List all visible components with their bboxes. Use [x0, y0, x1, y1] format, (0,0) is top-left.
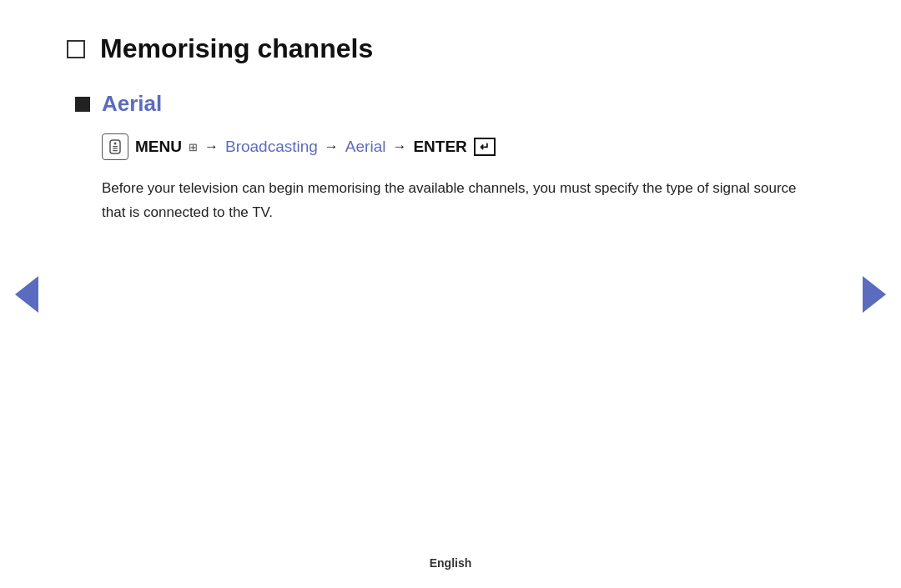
section-description: Before your television can begin memoris…: [102, 177, 819, 225]
svg-rect-2: [113, 146, 118, 147]
main-title-row: Memorising channels: [67, 33, 834, 64]
page-title: Memorising channels: [100, 33, 373, 64]
svg-rect-4: [113, 150, 118, 151]
section-bullet-icon: [75, 97, 90, 112]
nav-right-button[interactable]: [863, 276, 886, 313]
aerial-link: Aerial: [345, 138, 386, 156]
svg-rect-3: [113, 148, 118, 149]
arrow-1: →: [204, 138, 219, 155]
arrow-3: →: [392, 138, 406, 155]
title-checkbox-icon: [67, 40, 85, 58]
enter-icon: ↵: [474, 138, 496, 156]
nav-left-button[interactable]: [15, 276, 38, 313]
page-container: Memorising channels Aerial MENU ⊞ → Bro: [0, 0, 901, 588]
footer-language: English: [0, 556, 901, 570]
section-aerial: Aerial MENU ⊞ → Broadcasting → Aerial → …: [75, 91, 834, 225]
section-title: Aerial: [102, 91, 162, 117]
svg-point-1: [114, 143, 117, 145]
enter-label: ENTER: [413, 138, 466, 156]
arrow-2: →: [325, 138, 339, 155]
menu-grid-icon: ⊞: [189, 141, 198, 153]
menu-path-row: MENU ⊞ → Broadcasting → Aerial → ENTER↵: [102, 133, 834, 160]
menu-label: MENU: [135, 138, 182, 156]
menu-remote-icon: [102, 133, 128, 160]
section-header: Aerial: [75, 91, 834, 117]
broadcasting-link: Broadcasting: [225, 138, 318, 156]
